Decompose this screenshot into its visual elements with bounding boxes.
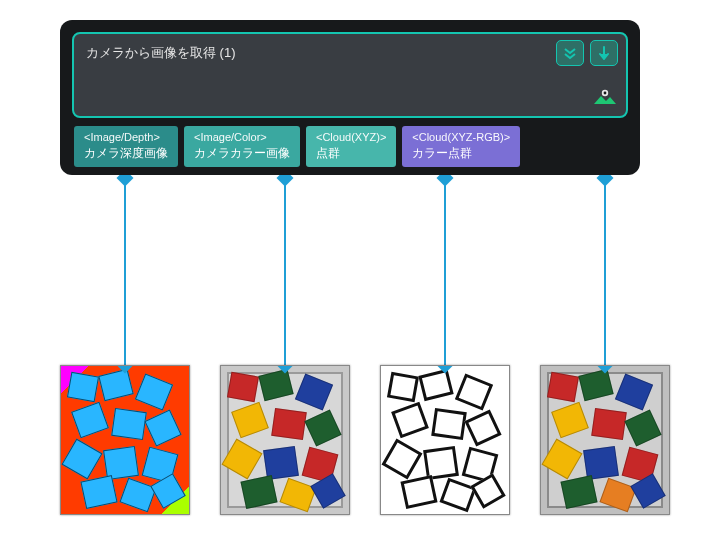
arrow-down-icon <box>598 46 610 60</box>
run-button[interactable] <box>590 40 618 66</box>
svg-rect-9 <box>437 175 454 186</box>
visibility-icon[interactable] <box>594 89 616 110</box>
header-button-group <box>556 40 618 66</box>
output-ports-row: <Image/Depth> カメラ深度画像 <Image/Color> カメラカ… <box>74 126 628 167</box>
port-label: 点群 <box>316 145 386 161</box>
svg-rect-8 <box>277 175 294 186</box>
port-cloud-xyz-rgb[interactable]: <Cloud(XYZ-RGB)> カラー点群 <box>402 126 520 167</box>
thumbnail-depth <box>60 365 190 515</box>
port-cloud-xyz[interactable]: <Cloud(XYZ)> 点群 <box>306 126 396 167</box>
port-type-label: <Image/Color> <box>194 130 290 145</box>
port-label: カメラカラー画像 <box>194 145 290 161</box>
node-header[interactable]: カメラから画像を取得 (1) <box>72 32 628 118</box>
port-image-color[interactable]: <Image/Color> カメラカラー画像 <box>184 126 300 167</box>
capture-image-node: カメラから画像を取得 (1) <box>60 20 640 175</box>
thumbnail-color <box>220 365 350 515</box>
diagram-stage <box>20 175 680 544</box>
thumbnail-row <box>60 365 670 515</box>
svg-point-2 <box>604 92 607 95</box>
expand-button[interactable] <box>556 40 584 66</box>
eye-image-icon <box>594 89 616 107</box>
double-chevron-down-icon <box>563 46 577 60</box>
svg-rect-10 <box>597 175 614 186</box>
port-label: カメラ深度画像 <box>84 145 168 161</box>
port-type-label: <Cloud(XYZ-RGB)> <box>412 130 510 145</box>
port-type-label: <Image/Depth> <box>84 130 168 145</box>
node-title: カメラから画像を取得 (1) <box>86 42 614 62</box>
svg-rect-7 <box>117 175 134 186</box>
thumbnail-cloud-xyz-rgb <box>540 365 670 515</box>
port-label: カラー点群 <box>412 145 510 161</box>
port-image-depth[interactable]: <Image/Depth> カメラ深度画像 <box>74 126 178 167</box>
port-type-label: <Cloud(XYZ)> <box>316 130 386 145</box>
thumbnail-cloud-xyz <box>380 365 510 515</box>
